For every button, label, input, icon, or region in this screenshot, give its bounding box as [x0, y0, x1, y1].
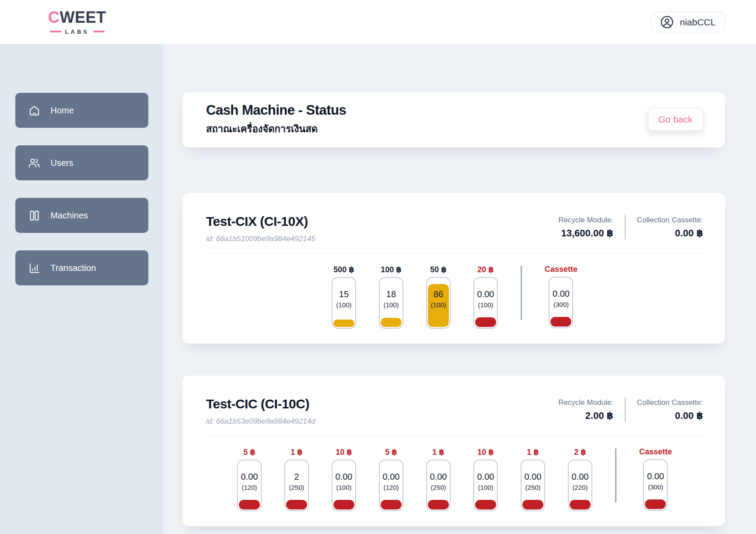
- slot-capacity: (220): [572, 484, 588, 491]
- collection-cassette-total: Collection Cassette: 0.00 ฿: [637, 216, 703, 239]
- slot-capacity: (250): [289, 484, 304, 491]
- denomination-slot: 10 ฿0.00(100): [332, 447, 356, 511]
- machine-name: Test-CIX (CI-10X): [206, 214, 315, 229]
- slot-note-count: 0.00: [553, 289, 570, 299]
- slot-group-divider: [615, 448, 616, 502]
- sidebar-item-machines[interactable]: Machines: [15, 198, 148, 233]
- slot-note-count: 0.00: [572, 472, 589, 482]
- machine-card-header: Test-CIC (CI-10C) id: 66a1b53e09be9a984e…: [206, 397, 703, 426]
- slot-capacity: (100): [383, 301, 399, 309]
- collection-cassette-total: Collection Cassette: 0.00 ฿: [637, 398, 703, 422]
- machine-title-block: Test-CIX (CI-10X) id: 66a1b51009be9a984e…: [206, 214, 315, 243]
- denomination-slot: 5 ฿0.00(120): [237, 447, 262, 511]
- slot-denomination-label: Cassette: [639, 447, 672, 457]
- slot-tube: 0.00(250): [521, 460, 545, 511]
- cweet-labs-logo[interactable]: CWEET LABS: [48, 10, 106, 35]
- slot-denomination-label: 20 ฿: [477, 265, 494, 274]
- totals-divider: [625, 397, 626, 422]
- slot-tube: 0.00(100): [473, 277, 498, 329]
- slot-note-count: 0.00: [477, 472, 494, 482]
- denomination-slot: 50 ฿86(100): [426, 265, 451, 329]
- slot-group-divider: [521, 266, 522, 320]
- slot-tube: 0.00(100): [332, 460, 356, 511]
- user-account-button[interactable]: niabCCL: [651, 11, 725, 33]
- slot-text: 0.00(300): [550, 277, 572, 323]
- slot-denomination-label: 1 ฿: [527, 447, 539, 457]
- slot-denomination-label: 5 ฿: [243, 447, 256, 457]
- slot-denomination-label: 100 ฿: [381, 265, 402, 274]
- sidebar-item-transaction[interactable]: Transaction: [15, 250, 148, 285]
- denomination-slot: 5 ฿0.00(120): [379, 447, 403, 511]
- app-header: CWEET LABS niabCCL: [0, 0, 756, 44]
- recycle-module-label: Recycle Module:: [558, 216, 613, 225]
- denomination-slot: 500 ฿15(100): [332, 265, 356, 329]
- logo-letter-c: C: [48, 8, 60, 26]
- slot-denomination-label: 10 ฿: [477, 447, 494, 457]
- slot-denomination-label: 2 ฿: [574, 447, 586, 457]
- slot-note-count: 15: [339, 289, 349, 299]
- sidebar-item-label: Machines: [51, 211, 88, 221]
- slot-capacity: (300): [553, 301, 569, 308]
- machine-card-test-cic: Test-CIC (CI-10C) id: 66a1b53e09be9a984e…: [182, 376, 725, 526]
- logo-letters-rest: WEET: [60, 8, 106, 26]
- sidebar-item-users[interactable]: Users: [15, 145, 148, 180]
- slot-capacity: (250): [525, 484, 540, 491]
- slot-note-count: 18: [386, 289, 396, 299]
- collection-cassette-value: 0.00 ฿: [637, 410, 703, 422]
- slot-tube: 0.00(250): [426, 460, 451, 511]
- machine-totals: Recycle Module: 13,600.00 ฿ Collection C…: [558, 215, 703, 239]
- slot-capacity: (100): [478, 484, 493, 491]
- slot-capacity: (100): [430, 301, 446, 309]
- go-back-button[interactable]: Go back: [648, 108, 703, 131]
- page-title: Cash Machine - Status: [206, 102, 346, 118]
- slot-note-count: 86: [434, 289, 443, 299]
- denomination-slot-row: 5 ฿0.00(120)1 ฿2(250)10 ฿0.00(100)5 ฿0.0…: [206, 447, 703, 511]
- recycle-module-value: 2.00 ฿: [558, 410, 613, 422]
- slot-capacity: (100): [336, 484, 351, 491]
- slot-text: 0.00(250): [427, 460, 450, 506]
- slot-tube: 0.00(300): [549, 277, 573, 328]
- user-circle-icon: [660, 15, 674, 29]
- cassette-slot: Cassette0.00(300): [639, 447, 672, 511]
- slot-note-count: 0.00: [241, 472, 258, 482]
- machine-id: id: 66a1b53e09be9a984e49214d: [206, 417, 315, 426]
- main-content: Cash Machine - Status สถาณะเครื่องจัดการ…: [163, 44, 756, 534]
- slot-text: 0.00(300): [644, 459, 667, 506]
- machine-title-block: Test-CIC (CI-10C) id: 66a1b53e09be9a984e…: [206, 397, 315, 426]
- logo-dash-left: [50, 31, 61, 32]
- slot-denomination-label: 10 ฿: [336, 447, 352, 457]
- slot-note-count: 0.00: [525, 472, 542, 482]
- slot-text: 15(100): [332, 277, 355, 324]
- denomination-slot: 1 ฿0.00(250): [521, 447, 545, 511]
- cassette-slot: Cassette0.00(300): [545, 265, 578, 328]
- slot-note-count: 0.00: [647, 471, 664, 481]
- slot-text: 0.00(100): [474, 277, 497, 324]
- totals-divider: [625, 215, 626, 239]
- recycle-module-total: Recycle Module: 13,600.00 ฿: [558, 216, 613, 239]
- sidebar-item-label: Transaction: [51, 263, 96, 273]
- slot-note-count: 0.00: [477, 289, 494, 299]
- recycle-module-value: 13,600.00 ฿: [558, 228, 613, 239]
- slot-tube: 18(100): [379, 277, 403, 329]
- slot-text: 0.00(120): [238, 460, 261, 506]
- slot-denomination-label: 50 ฿: [430, 265, 447, 274]
- slot-text: 0.00(220): [569, 460, 592, 506]
- sidebar-item-label: Users: [51, 158, 74, 168]
- sidebar-item-label: Home: [51, 105, 74, 116]
- logo-subtitle: LABS: [50, 28, 105, 35]
- slot-capacity: (100): [336, 301, 351, 309]
- denomination-slot: 20 ฿0.00(100): [473, 265, 498, 329]
- slot-capacity: (100): [478, 301, 493, 309]
- sidebar-item-home[interactable]: Home: [15, 93, 148, 128]
- denomination-slot: 100 ฿18(100): [379, 265, 403, 329]
- collection-cassette-label: Collection Cassette:: [637, 398, 703, 407]
- slot-tube: 0.00(220): [568, 460, 592, 511]
- logo-wordmark: CWEET: [48, 10, 106, 25]
- slot-capacity: (120): [242, 484, 257, 491]
- slot-tube: 2(250): [284, 460, 309, 511]
- slot-denomination-label: 1 ฿: [432, 447, 444, 457]
- collection-cassette-value: 0.00 ฿: [637, 228, 703, 239]
- machine-totals: Recycle Module: 2.00 ฿ Collection Casset…: [558, 397, 703, 422]
- slot-denomination-label: 5 ฿: [385, 447, 397, 457]
- denomination-slot: 10 ฿0.00(100): [473, 447, 498, 511]
